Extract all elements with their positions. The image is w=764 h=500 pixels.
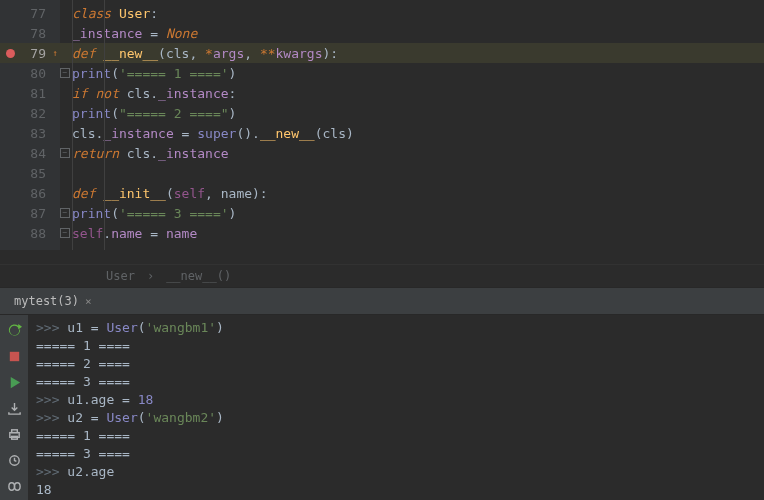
svg-rect-2 bbox=[11, 429, 17, 432]
close-icon[interactable]: × bbox=[85, 295, 92, 308]
console-toolbar bbox=[0, 315, 28, 500]
console-tabs: mytest(3) × bbox=[0, 287, 764, 315]
line-number: 84− bbox=[0, 143, 60, 163]
line-number: 78 bbox=[0, 23, 60, 43]
breadcrumb[interactable]: User › __new__() bbox=[0, 264, 764, 287]
line-number: 86 bbox=[0, 183, 60, 203]
line-number: 88− bbox=[0, 223, 60, 243]
code-editor: 77 78 79↑ 80− 81 82 83 84− 85 86 87− 88−… bbox=[0, 0, 764, 264]
line-number: 79↑ bbox=[0, 43, 60, 63]
download-icon[interactable] bbox=[5, 399, 23, 417]
svg-point-5 bbox=[8, 482, 14, 490]
line-number: 87− bbox=[0, 203, 60, 223]
line-number: 77 bbox=[0, 3, 60, 23]
svg-point-6 bbox=[14, 482, 20, 490]
breadcrumb-class[interactable]: User bbox=[106, 269, 135, 283]
line-number: 83 bbox=[0, 123, 60, 143]
gutter-run-icon[interactable]: ↑ bbox=[53, 48, 58, 58]
svg-rect-0 bbox=[9, 351, 18, 360]
print-icon[interactable] bbox=[5, 425, 23, 443]
gutter: 77 78 79↑ 80− 81 82 83 84− 85 86 87− 88− bbox=[0, 0, 60, 250]
breakpoint-icon[interactable] bbox=[6, 49, 15, 58]
breadcrumb-sep: › bbox=[147, 269, 154, 283]
console-tab[interactable]: mytest(3) × bbox=[6, 294, 100, 308]
python-console[interactable]: >>> u1 = User('wangbm1') ===== 1 ==== ==… bbox=[28, 315, 764, 500]
tab-label: mytest(3) bbox=[14, 294, 79, 308]
breadcrumb-func[interactable]: __new__() bbox=[166, 269, 231, 283]
line-number: 80− bbox=[0, 63, 60, 83]
line-number: 85 bbox=[0, 163, 60, 183]
show-vars-icon[interactable] bbox=[5, 477, 23, 495]
code-body[interactable]: class User: _instance = None def __new__… bbox=[60, 0, 764, 250]
run-icon[interactable] bbox=[5, 373, 23, 391]
rerun-icon[interactable] bbox=[5, 321, 23, 339]
history-icon[interactable] bbox=[5, 451, 23, 469]
line-number: 81 bbox=[0, 83, 60, 103]
line-number: 82 bbox=[0, 103, 60, 123]
stop-icon[interactable] bbox=[5, 347, 23, 365]
